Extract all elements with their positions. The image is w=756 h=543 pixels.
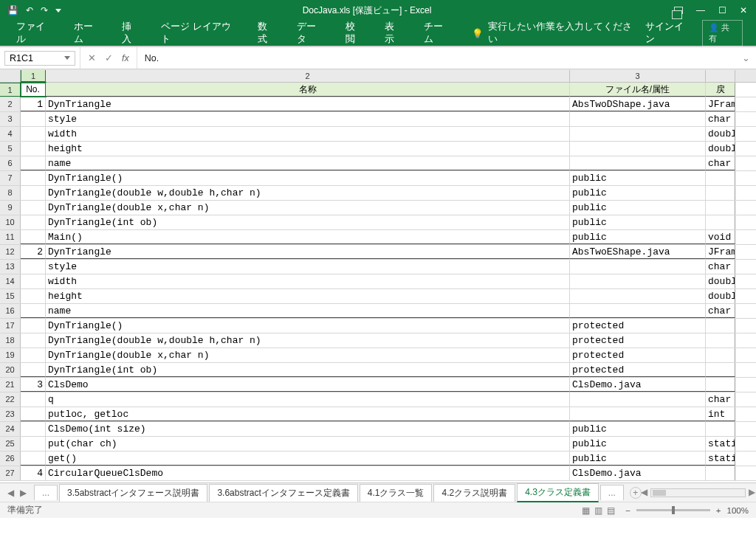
cell[interactable] (706, 201, 735, 215)
tab-view[interactable]: 表示 (374, 21, 413, 46)
sheet-tab-3-5[interactable]: 3.5abstractインタフェース説明書 (59, 484, 207, 502)
close-icon[interactable]: ✕ (740, 5, 747, 15)
cell[interactable] (21, 333, 46, 347)
row-header[interactable]: 6 (0, 156, 21, 170)
row-header[interactable]: 20 (0, 363, 21, 377)
cell[interactable] (21, 215, 46, 229)
cell[interactable] (706, 171, 735, 185)
cell[interactable]: AbsTwoEShape.java (570, 245, 706, 259)
table-row[interactable]: 10 DynTriangle(int ob) public (0, 215, 756, 230)
table-row[interactable]: 27 4 CircularQueueClsDemo ClsDemo.java (0, 466, 756, 481)
cell[interactable]: stati (706, 452, 735, 466)
cell[interactable]: DynTriangle(int ob) (46, 215, 570, 229)
cell[interactable]: style (46, 112, 570, 126)
table-row[interactable]: 12 2 DynTriangle AbsTwoEShape.java JFram (0, 245, 756, 260)
ribbon-display-icon[interactable] (674, 7, 683, 14)
row-header[interactable]: 23 (0, 407, 21, 421)
table-row[interactable]: 1 No. 名称 ファイル名/属性 戻 (0, 83, 756, 97)
table-row[interactable]: 13 style char (0, 260, 756, 274)
cell[interactable]: ClsDemo(int size) (46, 422, 570, 436)
cell[interactable]: char (706, 156, 735, 170)
row-header[interactable]: 1 (0, 83, 21, 97)
cell[interactable]: 3 (21, 378, 46, 392)
table-row[interactable]: 21 3 ClsDemo ClsDemo.java (0, 378, 756, 392)
cell[interactable]: protected (570, 319, 706, 333)
row-header[interactable]: 27 (0, 466, 21, 480)
cell[interactable] (570, 289, 706, 303)
table-row[interactable]: 7 DynTriangle() public (0, 171, 756, 186)
tab-team[interactable]: チーム (413, 21, 461, 46)
save-icon[interactable]: 💾 (7, 5, 18, 15)
redo-icon[interactable]: ↷ (41, 5, 48, 15)
cell[interactable]: DynTriangle(double x,char n) (46, 201, 570, 215)
row-header[interactable]: 11 (0, 230, 21, 244)
row-header[interactable]: 17 (0, 319, 21, 333)
table-row[interactable]: 14 width doubl (0, 274, 756, 289)
table-row[interactable]: 6 name char (0, 156, 756, 171)
add-sheet-button[interactable]: + (630, 487, 642, 499)
cell[interactable]: AbsTwoDShape.java (570, 97, 706, 111)
cell[interactable]: void (706, 230, 735, 244)
cell[interactable] (21, 304, 46, 318)
cell[interactable]: 名称 (46, 83, 570, 97)
view-page-break-icon[interactable]: ▤ (607, 505, 615, 516)
cell[interactable] (706, 215, 735, 229)
cell[interactable]: q (46, 392, 570, 407)
table-row[interactable]: 19 DynTriangle(double x,char n) protecte… (0, 348, 756, 363)
table-row[interactable]: 15 height doubl (0, 289, 756, 304)
table-row[interactable]: 24 ClsDemo(int size) public (0, 422, 756, 437)
cell[interactable] (21, 171, 46, 185)
cell[interactable]: DynTriangle(double x,char n) (46, 348, 570, 362)
cell[interactable]: put(char ch) (46, 437, 570, 451)
cell[interactable]: ClsDemo (46, 378, 570, 392)
table-row[interactable]: 2 1 DynTriangle AbsTwoDShape.java JFram (0, 97, 756, 112)
cell[interactable]: doubl (706, 274, 735, 288)
row-header[interactable]: 3 (0, 112, 21, 126)
cell[interactable]: DynTriangle (46, 245, 570, 259)
cell[interactable]: Main() (46, 230, 570, 244)
row-header[interactable]: 7 (0, 171, 21, 185)
cell[interactable]: 1 (21, 97, 46, 111)
table-row[interactable]: 18 DynTriangle(double w,double h,char n)… (0, 333, 756, 348)
view-normal-icon[interactable]: ▦ (582, 505, 590, 516)
formula-input[interactable]: No. (137, 53, 736, 63)
cell[interactable] (706, 333, 735, 347)
row-header[interactable]: 19 (0, 348, 21, 362)
cell[interactable] (21, 363, 46, 377)
row-header[interactable]: 25 (0, 437, 21, 451)
spreadsheet-grid[interactable]: 1 2 3 1 No. 名称 ファイル名/属性 戻 2 1 DynTriangl… (0, 69, 756, 483)
cell[interactable]: ClsDemo.java (570, 466, 706, 480)
cell[interactable] (21, 392, 46, 407)
table-row[interactable]: 26 get() public stati (0, 452, 756, 466)
tab-home[interactable]: ホーム (63, 21, 111, 46)
cell[interactable] (570, 142, 706, 156)
maximize-icon[interactable]: ☐ (718, 5, 726, 15)
cell[interactable] (570, 112, 706, 126)
cell[interactable]: DynTriangle(double w,double h,char n) (46, 333, 570, 347)
cell[interactable]: JFram (706, 245, 735, 259)
cancel-formula-icon[interactable]: ✕ (88, 52, 96, 63)
tab-insert[interactable]: 挿入 (111, 21, 151, 46)
col-header-2[interactable]: 2 (46, 70, 570, 82)
sheet-tab-ellipsis-left[interactable]: ... (34, 485, 58, 500)
sheet-tab-4-1[interactable]: 4.1クラス一覧 (360, 484, 433, 502)
cell[interactable]: char (706, 304, 735, 318)
cell[interactable] (21, 156, 46, 170)
share-button[interactable]: 👤 共有 (702, 20, 743, 46)
row-header[interactable]: 22 (0, 392, 21, 407)
cell[interactable]: DynTriangle(int ob) (46, 363, 570, 377)
undo-icon[interactable]: ↶ (26, 5, 33, 15)
cell[interactable] (21, 348, 46, 362)
row-header[interactable]: 10 (0, 215, 21, 229)
row-header[interactable]: 21 (0, 378, 21, 392)
table-row[interactable]: 5 height doubl (0, 142, 756, 156)
cell[interactable] (21, 289, 46, 303)
cell[interactable]: public (570, 230, 706, 244)
col-header-3[interactable]: 3 (570, 70, 706, 82)
zoom-thumb[interactable] (672, 506, 675, 514)
cell[interactable] (706, 363, 735, 377)
cell[interactable] (21, 142, 46, 156)
tab-formulas[interactable]: 数式 (247, 21, 286, 46)
table-row[interactable]: 4 width doubl (0, 127, 756, 142)
cell[interactable]: get() (46, 452, 570, 466)
